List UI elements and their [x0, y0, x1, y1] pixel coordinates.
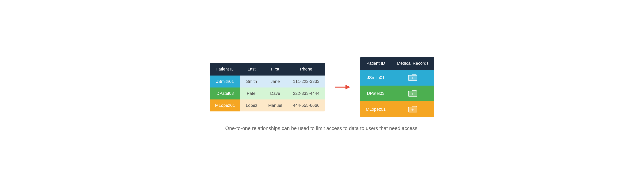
- col-header-last: Last: [240, 62, 263, 76]
- medical-records-icon-cell[interactable]: [391, 70, 434, 86]
- medical-records-icon-cell[interactable]: [391, 86, 434, 102]
- patient-id-cell: JSmith01: [210, 76, 240, 88]
- r-patient-id-cell: MLopez01: [360, 102, 391, 118]
- first-name-cell: Jane: [263, 76, 288, 88]
- patient-id-cell: DPatel03: [210, 88, 240, 100]
- arrow-connector: [333, 83, 352, 91]
- medical-records-icon-cell[interactable]: [391, 102, 434, 118]
- last-name-cell: Patel: [240, 88, 263, 100]
- table-row: DPatel03: [360, 86, 434, 102]
- main-container: Patient ID Last First Phone JSmith01 Smi…: [209, 56, 434, 118]
- phone-cell: 222-333-4444: [288, 88, 325, 100]
- phone-cell: 111-222-3333: [288, 76, 325, 88]
- first-name-cell: Dave: [263, 88, 288, 100]
- col-header-phone: Phone: [288, 62, 325, 76]
- table-row: MLopez01: [360, 102, 434, 118]
- r-patient-id-cell: DPatel03: [360, 86, 391, 102]
- col-header-r-patient-id: Patient ID: [360, 57, 391, 70]
- col-header-first: First: [263, 62, 288, 76]
- table-row: JSmith01: [360, 70, 434, 86]
- last-name-cell: Lopez: [240, 100, 263, 112]
- r-patient-id-cell: JSmith01: [360, 70, 391, 86]
- table-row: MLopez01 Lopez Manuel 444-555-6666: [210, 100, 325, 112]
- first-name-cell: Manuel: [263, 100, 288, 112]
- table-row: DPatel03 Patel Dave 222-333-4444: [210, 88, 325, 100]
- phone-cell: 444-555-6666: [288, 100, 325, 112]
- last-name-cell: Smith: [240, 76, 263, 88]
- col-header-medical-records: Medical Records: [391, 57, 434, 70]
- medical-records-table: Patient ID Medical Records JSmith01 DPat…: [360, 56, 435, 118]
- svg-marker-1: [346, 85, 350, 90]
- table-row: JSmith01 Smith Jane 111-222-3333: [210, 76, 325, 88]
- patients-table: Patient ID Last First Phone JSmith01 Smi…: [209, 62, 325, 112]
- caption-text: One-to-one relationships can be used to …: [225, 125, 419, 131]
- col-header-patient-id: Patient ID: [210, 62, 240, 76]
- patient-id-cell: MLopez01: [210, 100, 240, 112]
